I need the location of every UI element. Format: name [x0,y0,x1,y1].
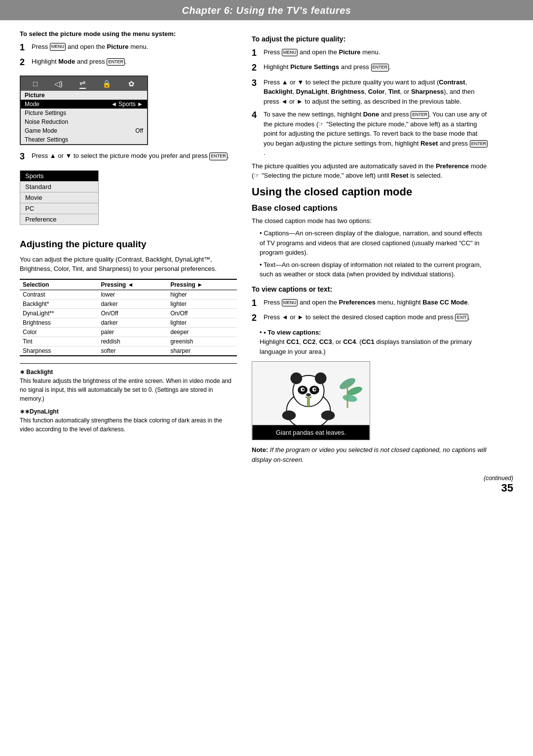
menu-row-theater: Theater Settings [21,135,147,144]
panda-image: Giant pandas eat leaves. [252,361,370,440]
right-step-1: 1 Press MENU and open the Picture menu. [252,47,489,59]
bullet-captions: Captions—An on-screen display of the dia… [260,228,489,258]
bullet-text: Text—An on-screen display of information… [260,260,489,279]
table-row: Tintreddishgreenish [20,337,237,346]
adjusting-heading: Adjusting the picture quality [20,239,237,250]
preference-para: The picture qualities you adjusted are a… [252,161,489,181]
svg-point-17 [321,411,335,420]
menu-icon-sound: ◁) [54,79,63,88]
page-footer: (continued) 35 [0,467,533,499]
enter-key5: ENTER [470,140,488,148]
view-step-2: 2 Press ◄ or ► to select the desired clo… [252,312,489,324]
menu-icon-lock: 🔒 [102,79,112,88]
bullet-to-view-captions: • To view captions: Highlight CC1, CC2, … [260,328,489,357]
right-step-3: 3 Press ▲ or ▼ to select the picture qua… [252,77,489,107]
svg-point-16 [282,411,296,420]
view-step-1: 1 Press MENU and open the Preferences me… [252,298,489,309]
menu-row-mode: Mode ◄ Sports ► [21,100,147,109]
col-header-press-right: Pressing ► [167,279,237,290]
base-captions-heading: Base closed captions [252,203,489,213]
footnote-section: ∗ Backlight This feature adjusts the bri… [20,363,237,434]
menu-key4: MENU [282,299,298,307]
select-mode-heading: To select the picture mode using the men… [20,29,237,39]
menu-screenshot: □ ◁) ⇌ 🔒 ✿ Picture Mode ◄ Sports ► Pictu… [20,76,148,145]
mode-standard: Standard [20,182,98,192]
enter-key4: ENTER [411,111,429,119]
mode-sports: Sports [20,171,98,182]
quality-table: Selection Pressing ◄ Pressing ► Contrast… [20,279,237,356]
menu-section-picture: Picture [21,91,147,100]
menu-row-picture-settings: Picture Settings [21,109,147,117]
to-view-heading: To view captions or text: [252,284,489,295]
panda-svg: Giant pandas eat leaves. [252,362,370,440]
table-row: DynaLight**On/OffOn/Off [20,308,237,318]
chapter-header: Chapter 6: Using the TV's features [0,0,533,20]
menu-icon-display: ✿ [128,79,135,88]
base-intro: The closed caption mode has two options: [252,216,489,226]
enter-key2: ENTER [209,152,228,160]
table-row: Brightnessdarkerlighter [20,318,237,327]
svg-point-13 [302,388,304,390]
adjusting-body: You can adjust the picture quality (Cont… [20,255,237,274]
col-header-press-left: Pressing ◄ [98,279,167,290]
mode-preference: Preference [20,214,98,225]
page-number: 35 [501,482,513,494]
menu-icon-picture: □ [33,79,38,88]
table-row: Backlight*darkerlighter [20,299,237,308]
enter-key-icon: ENTER [107,58,125,66]
right-step-4: 4 To save the new settings, highlight Do… [252,110,489,158]
svg-point-8 [315,373,327,384]
svg-text:Giant pandas eat leaves.: Giant pandas eat leaves. [276,429,346,436]
menu-icon-settings: ⇌ [79,78,86,89]
svg-point-14 [314,388,316,390]
menu-icons-bar: □ ◁) ⇌ 🔒 ✿ [21,76,147,91]
svg-rect-18 [307,397,310,407]
footnote-backlight: ∗ Backlight This feature adjusts the bri… [20,368,237,403]
mode-pc: PC [20,203,98,214]
note-text: Note: If the program or video you select… [252,445,489,464]
svg-point-7 [291,373,303,384]
enter-key3: ENTER [371,64,389,72]
mode-movie: Movie [20,192,98,203]
right-column: To adjust the picture quality: 1 Press M… [252,29,489,467]
menu-row-game: Game Mode Off [21,126,147,135]
right-step-2: 2 Highlight Picture Settings and press E… [252,62,489,74]
continued-text: (continued) [484,475,513,482]
menu-key-icon: MENU [50,43,66,51]
table-row: Colorpalerdeeper [20,327,237,337]
menu-row-noise: Noise Reduction [21,117,147,126]
exit-key: EXIT [455,314,468,322]
closed-caption-heading: Using the closed caption mode [252,186,489,198]
main-content: To select the picture mode using the men… [0,29,533,467]
step-3: 3 Press ▲ or ▼ to select the picture mod… [20,151,237,162]
step-1: 1 Press MENU and open the Picture menu. [20,42,237,53]
menu-key3: MENU [282,49,298,57]
step-2: 2 Highlight Mode and press ENTER. [20,57,237,68]
to-adjust-heading: To adjust the picture quality: [252,34,489,44]
table-row: Contrastlowerhigher [20,290,237,299]
svg-point-15 [306,393,311,397]
mode-list: Sports Standard Movie PC Preference [20,170,99,225]
table-row: Sharpnesssoftersharper [20,346,237,356]
chapter-title: Chapter 6: Using the TV's features [0,5,533,16]
footnote-dynalight: ∗∗DynaLight This function automatically … [20,407,237,434]
left-column: To select the picture mode using the men… [20,29,237,467]
col-header-selection: Selection [20,279,98,290]
